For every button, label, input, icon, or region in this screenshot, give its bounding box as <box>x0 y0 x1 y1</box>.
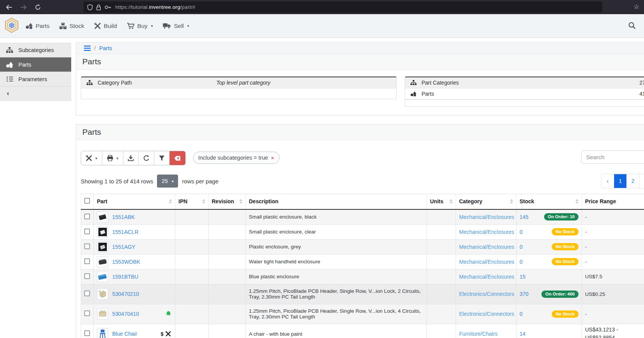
lock-icon[interactable] <box>96 4 101 10</box>
enclosure-dark-thumbnail[interactable] <box>97 256 108 268</box>
hamburger-icon[interactable] <box>84 46 91 51</box>
category-link[interactable]: Mechanical/Enclosures <box>459 244 514 250</box>
part-description: Water tight handheld enclosure <box>246 254 427 269</box>
inventree-logo[interactable] <box>5 18 19 34</box>
filter-button[interactable] <box>154 151 170 165</box>
enclosure-black-thumbnail[interactable] <box>97 211 108 223</box>
nav-item-label: Build <box>104 23 117 29</box>
stock-count[interactable]: 15 <box>520 274 526 280</box>
stock-count[interactable]: 0 <box>520 244 523 250</box>
stock-count[interactable]: 370 <box>520 291 528 297</box>
price-range: US$0.25 <box>582 284 644 304</box>
nav-parts[interactable]: Parts <box>26 23 49 29</box>
row-checkbox[interactable] <box>84 258 90 264</box>
clear-filter-button[interactable] <box>170 151 185 165</box>
pagination-page-1[interactable]: 1 <box>614 174 627 188</box>
forward-icon[interactable] <box>18 2 29 13</box>
stock-count[interactable]: 145 <box>520 214 528 220</box>
url-bar[interactable]: https://tutorial.inventree.org/part/# <box>83 2 602 13</box>
search-icon[interactable] <box>628 22 636 31</box>
sort-icon[interactable] <box>202 199 205 204</box>
filter-chip: Include subcategories = true × <box>193 152 280 164</box>
page-size-dropdown[interactable]: 25▾ <box>157 175 178 188</box>
table-row: 1551AGY Plastic enclosure, grey Mechanic… <box>81 239 644 254</box>
search-input[interactable] <box>581 150 644 164</box>
connector-thumbnail[interactable] <box>97 288 108 300</box>
print-dropdown-button[interactable]: ▾ <box>102 151 123 165</box>
sort-icon[interactable] <box>169 199 172 204</box>
row-checkbox[interactable] <box>84 229 90 234</box>
enclosure-blue-thumbnail[interactable] <box>97 271 108 282</box>
category-link[interactable]: Electronics/Connectors <box>459 311 514 317</box>
category-link[interactable]: Mechanical/Enclosures <box>459 259 514 265</box>
enclosure-grey-thumbnail[interactable] <box>97 241 108 253</box>
nav-sell[interactable]: Sell ▾ <box>163 23 189 29</box>
bell-icon[interactable] <box>166 311 171 317</box>
part-link[interactable]: 530470410 <box>112 311 139 317</box>
refresh-button[interactable] <box>139 151 154 165</box>
select-all-checkbox[interactable] <box>84 198 90 204</box>
row-checkbox[interactable] <box>84 273 90 279</box>
pagination-page-2[interactable]: 2 <box>627 174 639 188</box>
url-text: https://tutorial.inventree.org/part/# <box>115 4 195 10</box>
row-checkbox[interactable] <box>84 330 90 336</box>
breadcrumb-parts-link[interactable]: Parts <box>99 45 112 51</box>
category-link[interactable]: Mechanical/Enclosures <box>459 274 514 280</box>
row-checkbox[interactable] <box>84 243 90 249</box>
category-link[interactable]: Mechanical/Enclosures <box>459 229 514 235</box>
stock-count[interactable]: 0 <box>520 259 523 265</box>
part-link[interactable]: 530470210 <box>112 291 139 297</box>
stock-badge: On Order: 10 <box>544 213 579 220</box>
row-checkbox[interactable] <box>84 291 90 296</box>
sort-icon[interactable] <box>510 199 513 204</box>
sidebar-item-parts[interactable]: Parts <box>0 57 71 72</box>
part-link[interactable]: 1553WDBK <box>112 259 140 265</box>
sort-icon[interactable] <box>239 199 242 204</box>
stock-count[interactable]: 0 <box>520 229 523 235</box>
key-icon[interactable] <box>105 5 112 10</box>
category-link[interactable]: Mechanical/Enclosures <box>459 214 514 220</box>
part-link[interactable]: 1551AGY <box>112 244 136 250</box>
rows-per-page-label: rows per page <box>182 178 218 185</box>
part-link[interactable]: Blue Chair <box>112 331 137 337</box>
nav-buy[interactable]: Buy ▾ <box>127 23 153 29</box>
stock-count[interactable]: 0 <box>520 311 523 317</box>
part-link[interactable]: 1551ACLR <box>112 229 139 235</box>
pagination-prev[interactable]: ‹ <box>602 174 614 188</box>
reload-icon[interactable] <box>32 2 44 13</box>
sidebar-item-parameters[interactable]: Parameters <box>0 72 71 87</box>
table-pagination-info: Showing 1 to 25 of 414 rows 25▾ rows per… <box>76 174 644 188</box>
filter-chip-close-icon[interactable]: × <box>271 155 274 161</box>
bookmark-star-icon[interactable]: ☆ <box>634 3 639 11</box>
chair-thumbnail[interactable] <box>97 328 108 338</box>
column-header-stock: Stock <box>520 198 534 204</box>
part-link[interactable]: 1551ABK <box>112 214 135 220</box>
download-button[interactable] <box>123 151 139 165</box>
stock-count[interactable]: 14 <box>520 331 526 337</box>
part-link[interactable]: 1591BTBU <box>112 274 138 280</box>
part-categories-label: Part Categories <box>422 80 459 86</box>
back-icon[interactable] <box>3 2 15 13</box>
part-categories-count: 27 <box>639 80 644 86</box>
sidebar-item-subcategories[interactable]: Subcategories <box>0 43 71 57</box>
row-checkbox[interactable] <box>84 310 90 316</box>
row-checkbox[interactable] <box>84 214 90 219</box>
column-header-category: Category <box>459 198 482 204</box>
shield-icon[interactable] <box>87 4 93 10</box>
nav-build[interactable]: Build <box>94 23 117 29</box>
sidebar-collapse-button[interactable]: ‹ <box>0 87 71 101</box>
connector-thumbnail[interactable] <box>97 308 108 320</box>
cart-icon <box>127 23 134 29</box>
shapes-icon <box>6 62 13 68</box>
column-header-ipn: IPN <box>178 198 187 204</box>
price-range: - <box>582 304 644 324</box>
nav-stock[interactable]: Stock <box>59 23 84 29</box>
actions-dropdown-button[interactable]: ▾ <box>81 151 102 165</box>
category-link[interactable]: Furniture/Chairs <box>459 331 497 337</box>
pagination-page-3[interactable]: 3 <box>639 174 644 188</box>
sort-icon[interactable] <box>449 199 453 204</box>
sort-icon[interactable] <box>575 199 579 204</box>
category-link[interactable]: Electronics/Connectors <box>459 291 514 297</box>
stock-badge: No Stock <box>552 310 579 318</box>
enclosure-clear-thumbnail[interactable] <box>97 226 108 238</box>
